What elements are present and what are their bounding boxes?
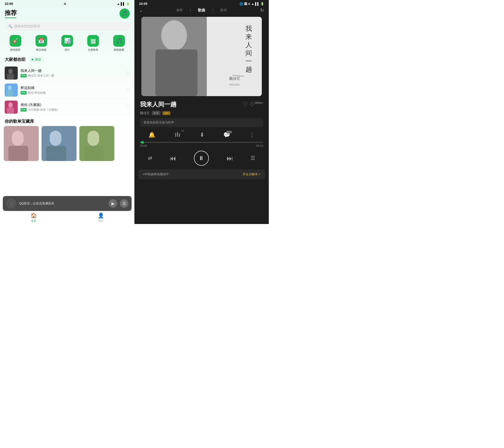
- left-status-indicator: A: [64, 2, 66, 6]
- song-item-2[interactable]: 桥边姑娘 限免 海伦-桥边姑娘 ♡: [4, 82, 131, 99]
- player-nav: ⌄ 推荐 | 歌曲 | 歌词 ↻: [134, 6, 269, 15]
- right-status-time: 10:05: [139, 2, 147, 6]
- svg-rect-5: [6, 90, 13, 97]
- section-popular-title: 大家都在听: [5, 57, 26, 62]
- player-heart2-button[interactable]: ♡: [250, 101, 255, 108]
- tab-song[interactable]: 歌曲: [198, 8, 205, 13]
- mini-thumb: ♪: [6, 198, 16, 209]
- player-heart-button[interactable]: ♡: [242, 101, 248, 108]
- right-indicator-icon: A: [248, 2, 250, 6]
- photo-icon: 🖼: [244, 2, 247, 6]
- svg-rect-16: [88, 131, 99, 146]
- player-song-info: 我来人间一趟 ♡ ♡ 300w+: [134, 98, 269, 110]
- song-item-3[interactable]: 画你 (天籁版) 限免 乌兰图雅-画你（天籁版） ♡: [4, 99, 131, 116]
- cat-icon-guess: 🎸: [10, 35, 21, 47]
- mini-queue-button[interactable]: ☰: [120, 199, 128, 208]
- song-info-1: 我来人间一趟 限免 魏佳艺-我来人间一趟: [20, 69, 123, 78]
- svg-rect-8: [7, 108, 14, 114]
- playlist-row: [0, 126, 134, 161]
- play-triangle-icon: [32, 58, 34, 61]
- more-button[interactable]: ⋮: [249, 132, 255, 138]
- song-title-2: 桥边姑娘: [20, 86, 123, 90]
- cat-label-genre: 分类歌单: [88, 48, 98, 52]
- equalizer-icon: [174, 131, 181, 138]
- page-title: 推荐: [5, 9, 17, 17]
- progress-bar[interactable]: [140, 142, 263, 143]
- svg-rect-17: [84, 146, 104, 161]
- song-thumb-1: [5, 67, 18, 80]
- vip-cta-button[interactable]: 开会员畅享 >: [243, 172, 260, 176]
- cat-item-new[interactable]: 🎵 新歌新碟: [106, 35, 132, 52]
- cat-label-chart: 排行: [65, 48, 70, 52]
- tab-separator-1: |: [190, 8, 191, 12]
- next-button[interactable]: ⏭: [227, 154, 233, 162]
- song-item-1[interactable]: 我来人间一趟 限免 魏佳艺-我来人间一趟 ♡: [4, 65, 131, 82]
- play-all-button[interactable]: 播放: [28, 56, 44, 63]
- pl-art-1: [4, 126, 39, 161]
- search-bar[interactable]: 🔍 搜索你想找的音乐: [5, 22, 130, 31]
- cat-label-new: 新歌新碟: [114, 48, 124, 52]
- play-pause-button[interactable]: ⏸: [194, 151, 209, 166]
- song-tag-1: 限免: [20, 74, 27, 77]
- progress-section: 00:04 04:14: [134, 141, 269, 148]
- wifi-icon: ▲: [117, 2, 120, 6]
- vip-tag[interactable]: VIP: [162, 111, 170, 115]
- nav-home-label: 首页: [31, 219, 36, 223]
- right-battery-icon: 🔋: [260, 2, 264, 6]
- ringtone-bar[interactable]: 把喜欢的音乐设为铃声: [140, 118, 263, 127]
- svg-text:魏佳艺: 魏佳艺: [229, 76, 240, 80]
- cat-item-daily[interactable]: 📅 每日30首: [28, 35, 54, 52]
- bell-button[interactable]: 🔔: [148, 132, 155, 138]
- time-row: 00:04 04:14: [140, 144, 263, 147]
- nav-home[interactable]: 🏠 首页: [0, 211, 67, 224]
- cat-item-chart[interactable]: 📊 排行: [54, 35, 80, 52]
- comment-button[interactable]: 💬 999+: [223, 132, 230, 138]
- cat-item-genre[interactable]: ▦ 分类歌单: [80, 35, 106, 52]
- song-title-1: 我来人间一趟: [20, 69, 123, 73]
- tab-recommend[interactable]: 推荐: [176, 8, 183, 12]
- heart-icon-1[interactable]: ♡: [126, 71, 130, 76]
- bottom-nav: 🏠 首页 👤 我的: [0, 211, 134, 224]
- search-icon: 🔍: [8, 24, 12, 28]
- right-panel: 10:05 🌐 🖼 A ▲ ▌▌ 🔋 ⌄ 推荐 | 歌曲 | 歌词 ↻: [134, 0, 269, 224]
- playlist-card-3[interactable]: [79, 126, 114, 161]
- cat-item-guess[interactable]: 🎸 猜你想听: [2, 35, 28, 52]
- queue-button[interactable]: ☰: [251, 155, 255, 161]
- quality-tag[interactable]: 标准: [152, 111, 161, 115]
- tab-lyrics[interactable]: 歌词: [220, 8, 227, 12]
- cat-label-guess: 猜你想听: [10, 48, 20, 52]
- player-artist: 魏佳艺: [140, 111, 150, 115]
- svg-rect-11: [8, 146, 28, 161]
- song-thumb-3: [5, 101, 18, 114]
- back-button[interactable]: ⌄: [139, 7, 143, 13]
- song-artist-3: 乌兰图雅-画你（天籁版）: [28, 108, 60, 112]
- refresh-button[interactable]: ↻: [260, 7, 264, 13]
- app-icon[interactable]: 🎵: [120, 8, 130, 19]
- mini-player-text: QQ音乐，让生活充满音乐: [19, 201, 106, 206]
- svg-rect-10: [12, 131, 24, 146]
- progress-dot: [141, 141, 144, 144]
- mini-play-button[interactable]: ▶: [109, 199, 117, 208]
- mini-player[interactable]: ♪ QQ音乐，让生活充满音乐 ▶ ☰: [3, 196, 132, 211]
- status-bar-right: 10:05 🌐 🖼 A ▲ ▌▌ 🔋: [134, 0, 269, 6]
- equalizer-button[interactable]: off: [174, 131, 181, 139]
- left-panel: 10:05 A ▲ ▌▌ 🔋 推荐 🎵 🔍 搜索你想找的音乐 🎸 猜你想听 📅 …: [0, 0, 134, 224]
- heart-icon-3[interactable]: ♡: [126, 105, 130, 110]
- playlist-card-1[interactable]: [4, 126, 39, 161]
- home-icon: 🏠: [31, 213, 37, 219]
- song-artist-1: 魏佳艺-我来人间一趟: [28, 74, 54, 78]
- nav-profile[interactable]: 👤 我的: [67, 211, 134, 224]
- globe-icon: 🌐: [239, 2, 243, 6]
- svg-text:我: 我: [246, 25, 252, 32]
- prev-button[interactable]: ⏮: [170, 154, 176, 162]
- svg-rect-13: [50, 131, 61, 146]
- vip-banner[interactable]: VIP歌曲限免播放中， 开会员畅享 >: [138, 169, 265, 179]
- playlist-card-2[interactable]: [41, 126, 76, 161]
- shuffle-button[interactable]: ⇄: [148, 155, 152, 161]
- album-art: 我 来 人 间 一 趟 魏佳艺 WEIJIAYI: [141, 17, 262, 96]
- download-button[interactable]: ⬇: [200, 132, 204, 138]
- song-list: 我来人间一趟 限免 魏佳艺-我来人间一趟 ♡ 桥边姑娘 限免: [0, 65, 134, 116]
- svg-point-20: [161, 20, 187, 51]
- heart-icon-2[interactable]: ♡: [126, 88, 130, 93]
- song-info-2: 桥边姑娘 限免 海伦-桥边姑娘: [20, 86, 123, 95]
